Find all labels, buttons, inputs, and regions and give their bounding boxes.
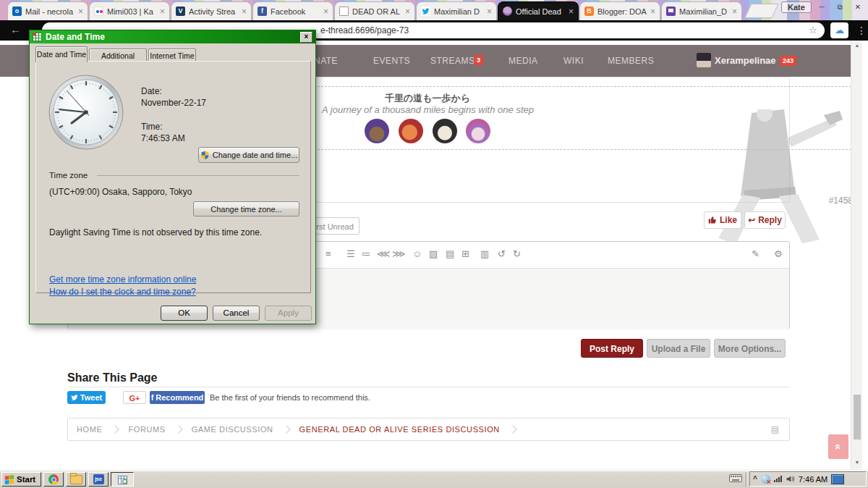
change-date-time-button[interactable]: Change date and time... [198, 147, 299, 163]
taskbar-divider [746, 472, 747, 487]
tab-close-icon[interactable]: × [405, 7, 410, 16]
start-button[interactable]: Start [1, 472, 41, 487]
undo-icon[interactable]: ↺ [498, 248, 506, 259]
timezone-info-link[interactable]: Get more time zone information online [49, 274, 196, 285]
tab-mail[interactable]: o Mail - necrola × [7, 1, 88, 20]
show-desktop-icon[interactable] [831, 474, 844, 484]
bbcode-wrench-icon[interactable]: ⚙ [774, 248, 783, 259]
chrome-icon [48, 474, 59, 484]
more-options-button[interactable]: More Options... [714, 339, 786, 358]
breadcrumb-pages-icon[interactable]: ▤ [771, 424, 779, 434]
taskbar-jse-button[interactable]: jse [88, 472, 109, 487]
user-avatar[interactable] [697, 53, 711, 67]
cloud-extension-icon[interactable]: ☁ [830, 22, 848, 38]
breadcrumb-game-discussion[interactable]: GAME DISCUSSION [192, 425, 273, 434]
unordered-list-icon[interactable]: ☰ [346, 248, 355, 259]
image-icon[interactable]: ▨ [429, 248, 438, 259]
tweet-button[interactable]: Tweet [67, 391, 106, 404]
datetime-icon [33, 32, 42, 41]
user-alerts-badge[interactable]: 243 [780, 56, 796, 66]
redo-icon[interactable]: ↻ [513, 248, 521, 259]
taskbar-chrome-button[interactable] [43, 472, 64, 487]
page-scrollbar[interactable]: ▲ ▼ [851, 41, 862, 469]
ok-button[interactable]: OK [161, 306, 208, 321]
username-link[interactable]: Xerampelinae [715, 55, 776, 66]
like-button[interactable]: Like [704, 211, 741, 229]
tab-close-icon[interactable]: × [650, 7, 655, 16]
nav-wiki[interactable]: WIKI [563, 56, 584, 66]
tab-dead-or-alive[interactable]: DEAD OR AL × [334, 1, 415, 20]
media-icon[interactable]: ▤ [446, 248, 454, 259]
tab-close-icon[interactable]: × [487, 7, 492, 16]
tab-official-dead-active[interactable]: Official Dead × [498, 1, 579, 20]
align-icon[interactable]: ≡ [326, 248, 331, 259]
dialog-close-button[interactable]: × [300, 32, 312, 43]
tab-close-icon[interactable]: × [78, 7, 83, 16]
breadcrumb-current[interactable]: GENERAL DEAD OR ALIVE SERIES DISCUSSION [299, 425, 500, 434]
new-tab-button[interactable] [744, 4, 778, 18]
nav-media[interactable]: MEDIA [509, 56, 538, 66]
browser-profile-name[interactable]: Kate [781, 1, 812, 13]
tab-close-icon[interactable]: × [323, 7, 328, 16]
network-globe-icon[interactable]: ✕ [761, 474, 770, 484]
signal-bars-icon[interactable] [774, 476, 782, 482]
restore-button[interactable]: ⧉ [833, 2, 847, 12]
scrollbar-thumb[interactable] [854, 395, 861, 439]
upload-file-button[interactable]: Upload a File [647, 339, 710, 358]
scroll-down-icon[interactable]: ▼ [851, 460, 863, 465]
smilies-icon[interactable]: ☺ [412, 248, 422, 259]
scroll-to-top-button[interactable]: « [828, 434, 848, 459]
taskbar-folder-button[interactable] [66, 472, 86, 487]
avatar-favicon [503, 7, 512, 16]
twitter-favicon [421, 7, 430, 16]
tab-facebook[interactable]: f Facebook × [252, 1, 333, 20]
tab-close-icon[interactable]: × [242, 7, 247, 16]
tab-twitch[interactable]: Maximilian_D × [661, 1, 742, 20]
url-text: e-thread.6696/page-73 [320, 25, 409, 35]
tab-close-icon[interactable]: × [160, 7, 165, 16]
speaker-icon[interactable] [786, 474, 795, 484]
table-icon[interactable]: ⊞ [461, 248, 469, 259]
tab-activity-stream[interactable]: V Activity Strea × [171, 1, 252, 20]
scroll-up-icon[interactable]: ▲ [851, 43, 863, 48]
clock-help-link[interactable]: How do I set the clock and time zone? [49, 287, 196, 297]
post-reply-button[interactable]: Post Reply [581, 339, 643, 358]
nav-streams[interactable]: STREAMS [430, 56, 475, 66]
cancel-button[interactable]: Cancel [213, 306, 260, 321]
change-timezone-button[interactable]: Change time zone... [193, 201, 299, 216]
nav-events[interactable]: EVENTS [373, 56, 410, 66]
dialog-tab-additional-clocks[interactable]: Additional Clocks [89, 49, 147, 62]
ordered-list-icon[interactable]: ≔ [362, 248, 371, 259]
breadcrumb-forums[interactable]: FORUMS [128, 425, 165, 434]
group-divider [97, 175, 299, 176]
taskbar-datetime-button[interactable] [111, 472, 134, 487]
indent-icon[interactable]: ⋙ [392, 248, 406, 259]
google-plus-button[interactable]: G+ [123, 391, 146, 404]
taskbar-clock[interactable]: 7:46 AM [799, 475, 827, 484]
tray-expand-icon[interactable]: ^ [753, 475, 757, 483]
tab-twitter[interactable]: Maximilian D × [416, 1, 497, 20]
close-window-button[interactable]: ✕ [851, 2, 865, 12]
dialog-titlebar[interactable]: Date and Time × [30, 30, 315, 43]
outdent-icon[interactable]: ⋘ [377, 248, 391, 259]
reply-button[interactable]: ↩ Reply [744, 211, 786, 229]
browser-menu-icon[interactable]: ⋮ [856, 22, 867, 38]
dialog-tab-date-time[interactable]: Date and Time [35, 46, 88, 62]
keyboard-icon[interactable] [729, 474, 742, 482]
eraser-icon[interactable]: ✎ [752, 248, 760, 259]
breadcrumb-home[interactable]: HOME [77, 425, 102, 434]
back-icon[interactable]: ← [10, 23, 21, 35]
tab-flickr[interactable]: Mimi003 | Ka × [89, 1, 170, 20]
facebook-recommend-button[interactable]: f Recommend [150, 391, 205, 404]
tab-blogger[interactable]: B Blogger: DOA × [579, 1, 660, 20]
post-number[interactable]: #1458 [820, 195, 851, 206]
share-title: Share This Page [67, 371, 158, 384]
nav-members[interactable]: MEMBERS [608, 56, 654, 66]
tab-close-icon[interactable]: × [732, 7, 737, 16]
tab-close-icon[interactable]: × [569, 7, 574, 16]
dialog-tab-internet-time[interactable]: Internet Time [148, 49, 196, 62]
minimize-button[interactable]: ─ [814, 2, 829, 12]
twitter-bird-icon [71, 394, 78, 401]
drafts-icon[interactable]: ▥ [480, 248, 489, 259]
bookmark-star-icon[interactable]: ☆ [809, 25, 817, 35]
